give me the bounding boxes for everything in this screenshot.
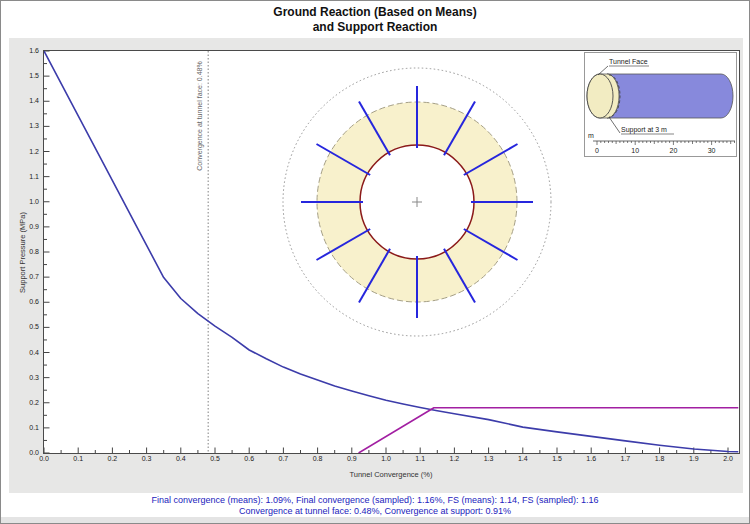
x-tick-label: 0.9 <box>340 455 364 462</box>
x-tick-label: 1.0 <box>374 455 398 462</box>
chart-title-line1: Ground Reaction (Based on Means) <box>1 5 749 20</box>
x-tick-label: 1.8 <box>648 455 672 462</box>
x-tick-label: 0.5 <box>203 455 227 462</box>
y-tick-label: 1.4 <box>15 97 39 104</box>
tunnel-cross-section <box>283 68 551 336</box>
tunnel-face-label: Tunnel Face <box>609 58 648 65</box>
x-tick-label: 1.6 <box>579 455 603 462</box>
y-tick-label: 1.1 <box>15 173 39 180</box>
tunnel-face-disk <box>587 74 613 118</box>
scale-ruler <box>593 141 735 145</box>
y-tick-label: 1.0 <box>15 198 39 205</box>
chart-window: Ground Reaction (Based on Means) and Sup… <box>0 0 750 524</box>
x-tick-label: 1.7 <box>613 455 637 462</box>
y-tick-label: 0.8 <box>15 248 39 255</box>
chart-title-line2: and Support Reaction <box>1 20 749 35</box>
chart-title: Ground Reaction (Based on Means) and Sup… <box>1 5 749 35</box>
x-axis-title: Tunnel Convergence (%) <box>291 470 491 479</box>
y-tick-label: 1.3 <box>15 122 39 129</box>
support-label: Support at 3 m <box>621 126 667 134</box>
inset-scale-label: 20 <box>670 147 678 154</box>
x-tick-label: 0.6 <box>237 455 261 462</box>
x-tick-label: 1.4 <box>511 455 535 462</box>
status-bar: Final convergence (means): 1.09%, Final … <box>1 495 749 517</box>
x-tick-label: 1.2 <box>442 455 466 462</box>
footer-strip <box>1 517 749 524</box>
y-tick-label: 1.2 <box>15 148 39 155</box>
x-tick-label: 0.4 <box>169 455 193 462</box>
y-tick-label: 0.2 <box>15 399 39 406</box>
x-tick-label: 0.2 <box>100 455 124 462</box>
x-tick-label: 1.1 <box>408 455 432 462</box>
y-tick-label: 0.3 <box>15 374 39 381</box>
convergence-annotation-label: Convergence at tunnel face: 0.48% <box>196 46 206 186</box>
tunnel-inset-canvas: Tunnel Face Support at 3 m m 0102030 <box>585 53 736 156</box>
x-tick-label: 1.9 <box>682 455 706 462</box>
y-tick-label: 1.6 <box>15 47 39 54</box>
x-tick-label: 2.0 <box>716 455 740 462</box>
x-tick-label: 0.0 <box>32 455 56 462</box>
scale-unit-label: m <box>588 132 594 139</box>
y-axis-tick-labels: 0.00.10.20.30.40.50.60.70.80.91.01.11.21… <box>15 51 41 453</box>
tunnel-cylinder <box>607 74 733 118</box>
inset-scale-label: 0 <box>595 147 599 154</box>
status-line-1: Final convergence (means): 1.09%, Final … <box>1 495 749 506</box>
y-tick-label: 0.4 <box>15 349 39 356</box>
x-axis-tick-labels: 0.00.10.20.30.40.50.60.70.80.91.01.11.21… <box>44 455 744 465</box>
inset-scale-label: 30 <box>708 147 716 154</box>
x-tick-label: 0.1 <box>66 455 90 462</box>
y-tick-label: 1.5 <box>15 72 39 79</box>
x-tick-label: 0.8 <box>306 455 330 462</box>
y-tick-label: 0.7 <box>15 273 39 280</box>
x-tick-label: 0.7 <box>271 455 295 462</box>
x-tick-label: 1.3 <box>477 455 501 462</box>
x-tick-label: 0.3 <box>135 455 159 462</box>
tunnel-inset: Tunnel Face Support at 3 m m 0102030 <box>584 52 737 157</box>
y-tick-label: 0.5 <box>15 323 39 330</box>
x-tick-label: 1.5 <box>545 455 569 462</box>
inset-scale-label: 10 <box>631 147 639 154</box>
y-tick-label: 0.1 <box>15 424 39 431</box>
support-leader-line <box>609 117 620 133</box>
status-line-2: Convergence at tunnel face: 0.48%, Conve… <box>1 506 749 517</box>
y-tick-label: 0.9 <box>15 223 39 230</box>
y-tick-label: 0.6 <box>15 298 39 305</box>
